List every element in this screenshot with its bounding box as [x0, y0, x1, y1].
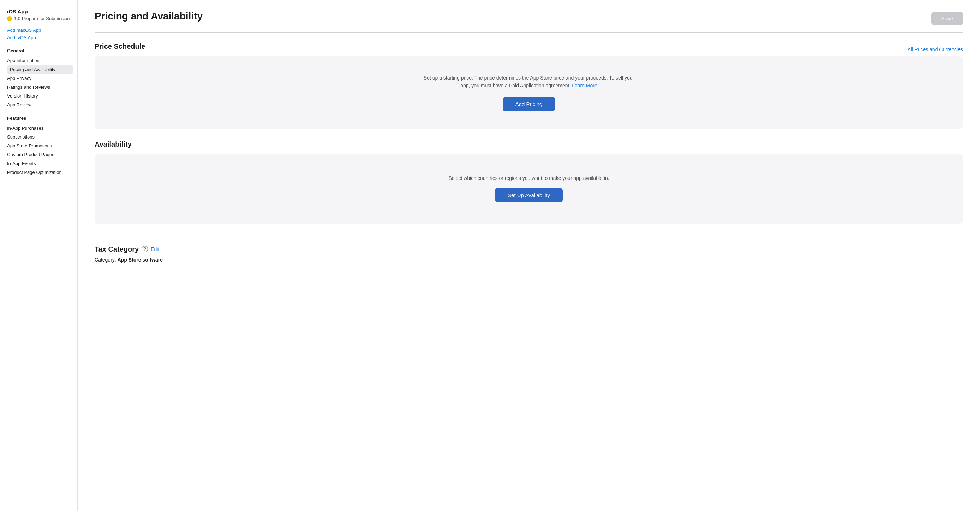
all-prices-link[interactable]: All Prices and Currencies — [908, 47, 963, 52]
sidebar-item-in-app-purchases[interactable]: In-App Purchases — [7, 124, 73, 133]
tax-category-title: Tax Category — [95, 245, 139, 253]
sidebar-item-custom-product-pages[interactable]: Custom Product Pages — [7, 150, 73, 159]
save-button[interactable]: Save — [931, 12, 963, 25]
learn-more-link[interactable]: Learn More — [572, 83, 597, 88]
tax-help-icon[interactable]: ? — [142, 246, 148, 252]
add-tvos-link[interactable]: Add tvOS App — [7, 35, 77, 40]
main-header: Pricing and Availability Save — [95, 11, 963, 25]
tax-category-section: Tax Category ? Edit Category: App Store … — [95, 245, 963, 263]
tax-category-label: Category: — [95, 257, 116, 263]
sidebar: iOS App 1.0 Prepare for Submission Add m… — [0, 0, 78, 511]
sidebar-add-links: Add macOS App Add tvOS App — [7, 27, 77, 40]
sidebar-item-product-page-optimization[interactable]: Product Page Optimization — [7, 168, 73, 177]
availability-title: Availability — [95, 140, 963, 149]
availability-description: Select which countries or regions you wa… — [105, 175, 953, 181]
add-pricing-button[interactable]: Add Pricing — [503, 97, 555, 111]
price-schedule-description: Set up a starting price. The price deter… — [423, 74, 635, 90]
sidebar-item-version-history[interactable]: Version History — [7, 91, 73, 101]
sidebar-section-general: General — [7, 48, 77, 53]
sidebar-item-subscriptions[interactable]: Subscriptions — [7, 133, 73, 141]
sidebar-item-app-store-promotions[interactable]: App Store Promotions — [7, 141, 73, 150]
availability-box: Select which countries or regions you wa… — [95, 154, 963, 224]
header-divider — [95, 32, 963, 32]
tax-header-row: Tax Category ? Edit — [95, 245, 963, 253]
sidebar-version: 1.0 Prepare for Submission — [7, 16, 77, 21]
price-schedule-header-row: Price Schedule All Prices and Currencies — [95, 42, 963, 56]
availability-divider — [95, 235, 963, 235]
set-up-availability-button[interactable]: Set Up Availability — [495, 188, 563, 203]
sidebar-section-features: Features — [7, 115, 77, 121]
main-content: Pricing and Availability Save Price Sche… — [78, 0, 980, 511]
price-schedule-box: Set up a starting price. The price deter… — [95, 56, 963, 129]
sidebar-item-app-review[interactable]: App Review — [7, 101, 73, 109]
sidebar-version-text: 1.0 Prepare for Submission — [14, 16, 70, 21]
version-status-dot — [7, 16, 12, 21]
sidebar-item-pricing-and-availability[interactable]: Pricing and Availability — [7, 65, 73, 74]
sidebar-app-title: iOS App — [7, 8, 77, 14]
tax-edit-link[interactable]: Edit — [151, 246, 159, 252]
add-macos-link[interactable]: Add macOS App — [7, 27, 77, 33]
price-schedule-title: Price Schedule — [95, 42, 145, 51]
sidebar-item-app-information[interactable]: App Information — [7, 56, 73, 65]
sidebar-item-ratings-and-reviews[interactable]: Ratings and Reviews — [7, 83, 73, 91]
page-title: Pricing and Availability — [95, 11, 203, 22]
tax-category-value: App Store software — [118, 257, 163, 263]
tax-category-row: Category: App Store software — [95, 257, 963, 263]
sidebar-item-app-privacy[interactable]: App Privacy — [7, 74, 73, 83]
sidebar-item-in-app-events[interactable]: In-App Events — [7, 159, 73, 168]
